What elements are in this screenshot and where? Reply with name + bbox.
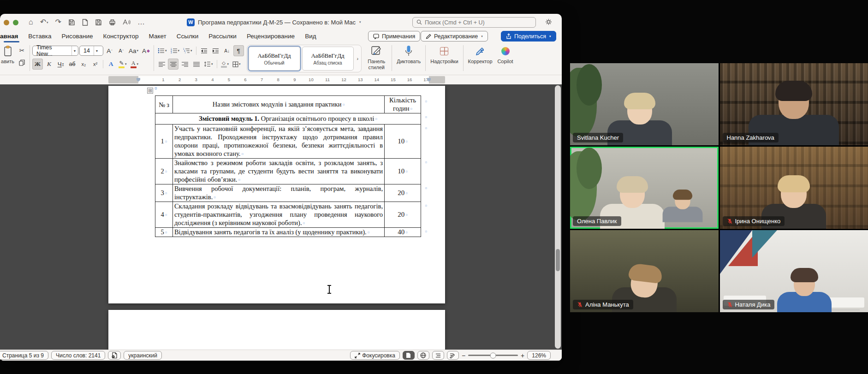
copilot-button[interactable]: Copilot (495, 44, 516, 65)
font-color-button[interactable]: А▾ (129, 59, 140, 70)
paste-button[interactable]: авить (1, 44, 17, 65)
search-box[interactable] (412, 17, 536, 28)
draft-view-button[interactable] (447, 351, 459, 360)
zoom-slider[interactable] (468, 355, 518, 356)
participant-tile[interactable]: Наталя Дика (720, 230, 868, 312)
shrink-font-button[interactable]: Aˇ (116, 45, 126, 56)
cut-button[interactable]: ✂ (17, 45, 27, 56)
align-center-button[interactable] (168, 59, 178, 70)
increase-indent-button[interactable] (210, 45, 221, 56)
header-cell-title[interactable]: Назви змістових модулів і завдання практ… (172, 96, 384, 113)
sort-button[interactable]: А↓ (222, 45, 232, 56)
row-text-cell[interactable]: Відвідування занять педагогів та їх анал… (172, 228, 384, 237)
dictate-button[interactable]: Диктовать (394, 44, 423, 65)
text-effects-button[interactable]: А (106, 59, 116, 70)
row-hours-cell[interactable]: 10 (385, 125, 421, 159)
undo-button[interactable]: ↶▾ (40, 18, 48, 26)
bold-button[interactable]: Ж (32, 59, 43, 70)
redo-button[interactable]: ↷ (55, 18, 61, 26)
tab-home[interactable]: авная (0, 31, 23, 42)
row-number-cell[interactable]: 5 (155, 228, 173, 237)
font-name-select[interactable]: Times New...▾ (32, 46, 78, 56)
row-text-cell[interactable]: Вивчення робочої документації: планів, п… (172, 184, 384, 202)
row-hours-cell[interactable]: 20 (385, 184, 421, 202)
addins-button[interactable]: Надстройки (428, 44, 460, 65)
row-text-cell[interactable]: Складання розкладу відвідувань та взаємо… (172, 202, 384, 228)
tab-draw[interactable]: Рисование (57, 31, 98, 42)
new-document-icon[interactable] (82, 19, 88, 26)
row-hours-cell[interactable]: 20 (385, 202, 421, 228)
participant-tile[interactable]: Ірина Онищенко (720, 147, 868, 229)
row-number-cell[interactable]: 1 (155, 125, 173, 159)
share-sheet-icon[interactable] (545, 18, 552, 27)
styles-gallery-more-button[interactable]: › (356, 56, 360, 61)
header-cell-number[interactable]: № з (155, 96, 173, 113)
vertical-scrollbar[interactable] (555, 85, 561, 349)
read-aloud-icon[interactable] (123, 19, 131, 25)
font-size-select[interactable]: 14▾ (79, 46, 103, 56)
tab-review[interactable]: Рецензирование (242, 31, 300, 42)
title-chevron-icon[interactable]: ▾ (359, 20, 361, 24)
print-icon[interactable] (109, 19, 116, 26)
strikethrough-button[interactable]: аб (67, 59, 77, 70)
multilevel-list-button[interactable]: 1ai ▾ (182, 45, 194, 56)
show-formatting-marks-button[interactable]: ¶ (233, 45, 244, 56)
tab-layout[interactable]: Макет (144, 31, 172, 42)
clear-formatting-button[interactable]: A◆ (141, 45, 151, 56)
row-number-cell[interactable]: 3 (155, 184, 173, 202)
justify-button[interactable] (191, 59, 202, 70)
tab-insert[interactable]: Вставка (23, 31, 56, 42)
grow-font-button[interactable]: Aˆ (104, 45, 115, 56)
more-toolbar-icon[interactable]: … (137, 18, 145, 26)
row-number-cell[interactable]: 2 (155, 159, 173, 184)
line-spacing-button[interactable]: ▾ (202, 59, 214, 70)
document-page-5[interactable]: ⊞ ¤ № з Назви змістових модулів і завдан… (108, 86, 445, 303)
document-page-6[interactable] (108, 310, 445, 350)
zoom-out-button[interactable]: − (462, 352, 465, 359)
decrease-indent-button[interactable] (199, 45, 209, 56)
row-number-cell[interactable]: 4 (155, 202, 173, 228)
focus-mode-button[interactable]: Фокусировка (350, 351, 400, 360)
spellcheck-status[interactable] (108, 351, 121, 360)
comments-button[interactable]: Примечания (368, 31, 420, 42)
language-indicator[interactable]: украинский (124, 351, 162, 360)
save-as-icon[interactable] (68, 19, 75, 26)
zoom-window-button[interactable] (13, 20, 18, 25)
scrollbar-thumb[interactable] (556, 249, 560, 271)
participant-tile[interactable]: Svitlana Kucher (570, 63, 719, 145)
participant-tile[interactable]: Hanna Zakharova (720, 63, 868, 145)
document-canvas[interactable]: ⊞ ¤ № з Назви змістових модулів і завдан… (0, 84, 562, 350)
print-layout-view-button[interactable] (403, 351, 415, 360)
subscript-button[interactable]: x₂ (78, 59, 89, 70)
change-case-button[interactable]: Aa▾ (127, 45, 140, 56)
highlight-button[interactable]: ✎▾ (117, 59, 128, 70)
search-input[interactable] (425, 19, 532, 26)
copy-button[interactable] (17, 57, 27, 68)
editor-button[interactable]: Корректор (466, 44, 495, 65)
editing-mode-button[interactable]: Редактирование ▾ (421, 31, 488, 42)
word-count[interactable]: Число слов: 2141 (51, 351, 105, 360)
zoom-slider-knob[interactable] (490, 352, 496, 358)
align-left-button[interactable] (156, 59, 167, 70)
row-hours-cell[interactable]: 40 (385, 228, 421, 237)
row-text-cell[interactable]: Знайомство з режимом роботи закладів осв… (172, 159, 384, 184)
section-cell[interactable]: Змістовий модуль 1. Організація освітньо… (155, 113, 421, 125)
style-list-paragraph[interactable]: АаБбВвГгДд Абзац списка (302, 47, 354, 71)
bullet-list-button[interactable]: ▾ (156, 45, 168, 56)
tab-mailings[interactable]: Рассылки (203, 31, 242, 42)
outline-view-button[interactable] (432, 351, 444, 360)
header-cell-hours[interactable]: Кількість годин (385, 96, 421, 113)
participant-tile-active-speaker[interactable]: Олена Павлик (570, 147, 719, 229)
italic-button[interactable]: К (44, 59, 54, 70)
zoom-level[interactable]: 126% (527, 351, 551, 360)
row-hours-cell[interactable]: 10 (385, 159, 421, 184)
minimize-button[interactable] (4, 20, 9, 25)
web-layout-view-button[interactable] (417, 351, 429, 360)
table-move-handle-icon[interactable]: ⊞ (147, 88, 153, 94)
shading-button[interactable]: ◇▾ (220, 59, 231, 70)
page-indicator[interactable]: Страница 5 из 9 (0, 351, 48, 360)
underline-button[interactable]: Ч▾ (55, 59, 66, 70)
participant-tile[interactable]: Аліна Манькута (570, 230, 719, 312)
home-icon[interactable]: ⌂ (29, 18, 33, 26)
superscript-button[interactable]: x² (90, 59, 101, 70)
